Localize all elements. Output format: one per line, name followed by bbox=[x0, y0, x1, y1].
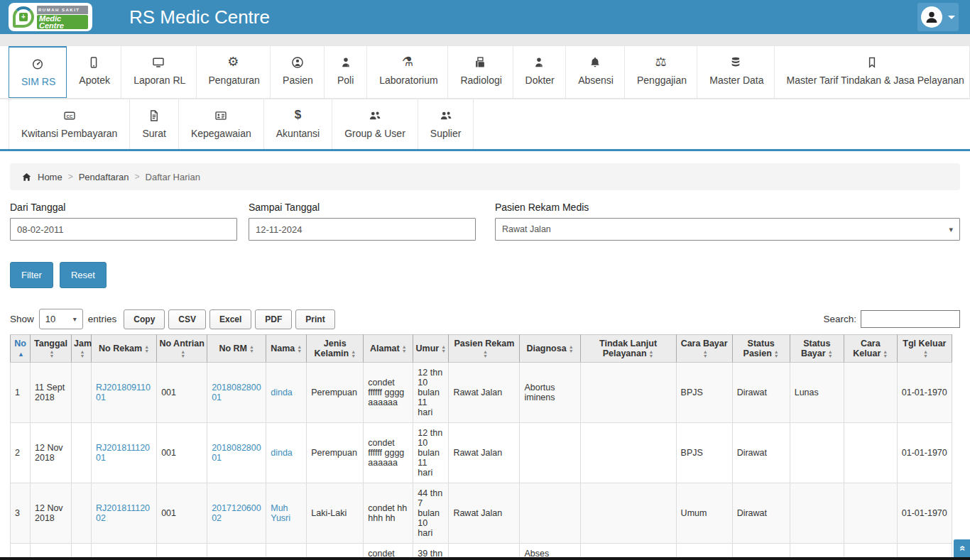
link-no_rekam[interactable]: RJ20181112001 bbox=[96, 443, 150, 463]
tab-penggajian[interactable]: ⚖Penggajian bbox=[625, 46, 697, 98]
app-title: RS Medic Centre bbox=[129, 6, 270, 28]
user-menu-button[interactable] bbox=[917, 3, 959, 31]
export-csv-button[interactable]: CSV bbox=[168, 309, 206, 329]
column-header-jam[interactable]: Jam▲▼ bbox=[72, 335, 92, 363]
link-no_rm[interactable]: 201712060002 bbox=[212, 503, 261, 523]
tab-label-poli: Poli bbox=[337, 75, 354, 86]
tab-kepegawaian[interactable]: Kepegawaian bbox=[179, 99, 264, 149]
link-no_rm[interactable]: 201808280001 bbox=[212, 443, 261, 463]
nav-tabs-row2: CCKwitansi PembayaranSuratKepegawaian$Ak… bbox=[0, 99, 970, 149]
reset-button[interactable]: Reset bbox=[60, 262, 107, 288]
link-no_rekam[interactable]: RJ20180911001 bbox=[96, 383, 151, 402]
column-header-cara_keluar[interactable]: Cara Keluar▲▼ bbox=[844, 335, 897, 363]
dashboard-icon bbox=[21, 56, 54, 70]
tab-pengaturan[interactable]: ⚙Pengaturan bbox=[197, 46, 271, 98]
column-header-jenis_kelamin[interactable]: Jenis Kelamin▲▼ bbox=[307, 335, 364, 363]
tab-master-data[interactable]: Master Data bbox=[697, 46, 774, 98]
export-buttons: CopyCSVExcelPDFPrint bbox=[124, 309, 334, 329]
column-header-status_bayar[interactable]: Status Bayar▲▼ bbox=[790, 335, 844, 363]
patient-record-select[interactable]: Rawat Jalan ▾ bbox=[495, 218, 960, 241]
header-spacer bbox=[0, 34, 970, 45]
bookmark-icon bbox=[787, 55, 957, 69]
column-header-no_rm[interactable]: No RM▲▼ bbox=[207, 335, 266, 363]
tab-laboratorium[interactable]: ⚗Laboratorium bbox=[367, 46, 448, 98]
column-label: Status Pasien bbox=[743, 339, 775, 358]
column-header-no_antrian[interactable]: No Antrian▲▼ bbox=[157, 335, 207, 363]
cell-no: 3 bbox=[11, 483, 31, 544]
to-date-input[interactable] bbox=[249, 218, 476, 241]
tab-apotek[interactable]: Apotek bbox=[67, 46, 121, 98]
cell-tgl_keluar: 01-01-1970 bbox=[897, 483, 952, 544]
cell-cara_keluar bbox=[844, 483, 897, 544]
column-header-tindak_lanjut[interactable]: Tindak Lanjut Pelayanan▲▼ bbox=[580, 335, 676, 363]
export-excel-button[interactable]: Excel bbox=[209, 309, 251, 329]
cell-nama: dinda bbox=[266, 363, 307, 423]
sort-asc-icon: ▲ bbox=[18, 351, 24, 358]
tab-suplier[interactable]: Suplier bbox=[418, 99, 474, 149]
column-header-status_pasien[interactable]: Status Pasien▲▼ bbox=[732, 335, 790, 363]
cell-tgl_keluar: 01-01-1970 bbox=[897, 363, 952, 423]
bottom-edge bbox=[0, 557, 970, 560]
cell-no_rekam: RJ20181112001 bbox=[92, 423, 157, 483]
column-label: Jam bbox=[74, 339, 92, 348]
user-circle-icon bbox=[283, 55, 312, 69]
scroll-to-top-button[interactable]: » bbox=[954, 539, 970, 557]
cell-tgl_keluar: 01-01-1970 bbox=[897, 423, 952, 483]
tab-akuntansi[interactable]: $Akuntansi bbox=[264, 99, 332, 149]
avatar bbox=[921, 6, 942, 28]
tab-label-akuntansi: Akuntansi bbox=[276, 128, 320, 139]
column-header-no_rekam[interactable]: No Rekam▲▼ bbox=[92, 335, 157, 363]
export-print-button[interactable]: Print bbox=[295, 309, 334, 329]
column-label: No bbox=[14, 339, 26, 348]
main-content: Home>Pendaftaran>Daftar Harian Dari Tang… bbox=[0, 163, 970, 560]
tab-surat[interactable]: Surat bbox=[130, 99, 178, 149]
sort-both-icon: ▲▼ bbox=[351, 350, 356, 358]
column-header-nama[interactable]: Nama▲▼ bbox=[266, 335, 307, 363]
column-header-alamat[interactable]: Alamat▲▼ bbox=[364, 335, 413, 363]
hospital-logo[interactable]: + RUMAH SAKIT Medic Centre bbox=[9, 3, 92, 31]
column-header-umur[interactable]: Umur▲▼ bbox=[413, 335, 449, 363]
tab-pasien[interactable]: Pasien bbox=[271, 46, 325, 98]
breadcrumb-item[interactable]: Pendaftaran bbox=[79, 172, 129, 182]
column-header-no[interactable]: No▲ bbox=[11, 335, 31, 363]
users-icon bbox=[344, 108, 405, 122]
column-header-tanggal[interactable]: Tanggal▲▼ bbox=[31, 335, 72, 363]
column-header-tgl_keluar[interactable]: Tgl Keluar▲▼ bbox=[897, 335, 952, 363]
tab-group-user[interactable]: Group & User bbox=[332, 99, 418, 149]
tab-label-laporan-rl: Laporan RL bbox=[133, 75, 185, 86]
link-nama[interactable]: dinda bbox=[271, 448, 293, 458]
cell-no_rm: 201808280001 bbox=[207, 363, 266, 423]
link-nama[interactable]: dinda bbox=[271, 388, 293, 397]
tab-master-tarif[interactable]: Master Tarif Tindakan & Jasa Pelayanan bbox=[775, 46, 970, 98]
column-header-cara_bayar[interactable]: Cara Bayar▲▼ bbox=[676, 335, 732, 363]
column-header-diagnosa[interactable]: Diagnosa▲▼ bbox=[520, 335, 580, 363]
page-length-select[interactable]: 10 ▾ bbox=[39, 309, 83, 329]
tab-laporan-rl[interactable]: Laporan RL bbox=[121, 46, 196, 98]
export-copy-button[interactable]: Copy bbox=[124, 309, 165, 329]
user-md-icon bbox=[337, 55, 354, 69]
tab-dokter[interactable]: Dokter bbox=[513, 46, 567, 98]
svg-text:CC: CC bbox=[66, 114, 72, 118]
search-input[interactable] bbox=[861, 310, 960, 328]
user-md-icon bbox=[525, 55, 554, 69]
patient-record-selected-value: Rawat Jalan bbox=[502, 224, 551, 234]
sort-both-icon: ▲▼ bbox=[249, 345, 254, 353]
link-no_rekam[interactable]: RJ20181112002 bbox=[96, 503, 150, 523]
breadcrumb-item[interactable]: Home bbox=[38, 172, 62, 182]
filter-button[interactable]: Filter bbox=[10, 262, 53, 288]
tab-sim-rs[interactable]: SIM RS bbox=[9, 46, 67, 98]
link-no_rm[interactable]: 201808280001 bbox=[212, 383, 261, 402]
tab-label-pasien: Pasien bbox=[283, 75, 313, 86]
link-nama[interactable]: Muh Yusri bbox=[271, 503, 290, 523]
tab-radiologi[interactable]: Radiologi bbox=[448, 46, 513, 98]
tab-label-radiologi: Radiologi bbox=[460, 75, 501, 86]
column-header-pasien_rekam[interactable]: Pasien Rekam▲▼ bbox=[449, 335, 520, 363]
export-pdf-button[interactable]: PDF bbox=[255, 309, 292, 329]
tab-absensi[interactable]: Absensi bbox=[566, 46, 625, 98]
tab-label-suplier: Suplier bbox=[430, 128, 462, 139]
tab-kwitansi-pembayaran[interactable]: CCKwitansi Pembayaran bbox=[9, 99, 130, 149]
tab-poli[interactable]: Poli bbox=[325, 46, 367, 98]
sort-both-icon: ▲▼ bbox=[703, 350, 708, 358]
daily-register-table: No▲Tanggal▲▼Jam▲▼No Rekam▲▼No Antrian▲▼N… bbox=[10, 334, 952, 560]
from-date-input[interactable] bbox=[10, 218, 237, 241]
